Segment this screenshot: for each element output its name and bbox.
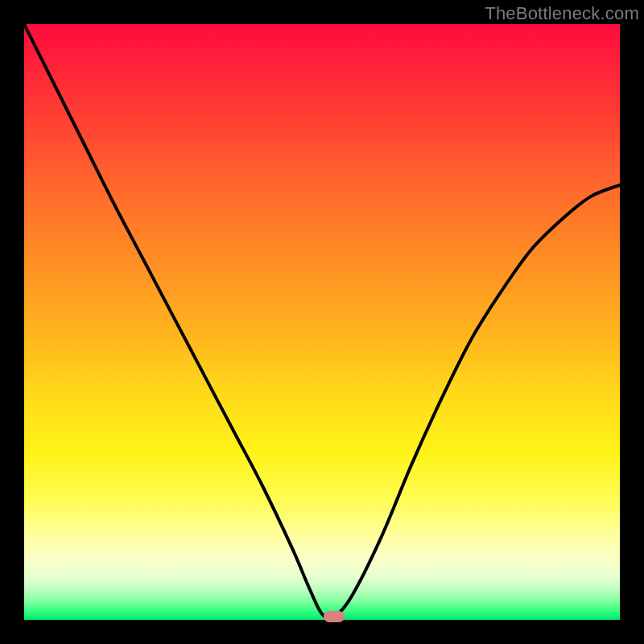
- chart-frame: TheBottleneck.com: [0, 0, 644, 644]
- watermark-text: TheBottleneck.com: [485, 3, 639, 24]
- minimum-marker: [324, 611, 345, 622]
- plot-area: [24, 24, 620, 620]
- bottleneck-curve: [24, 24, 620, 620]
